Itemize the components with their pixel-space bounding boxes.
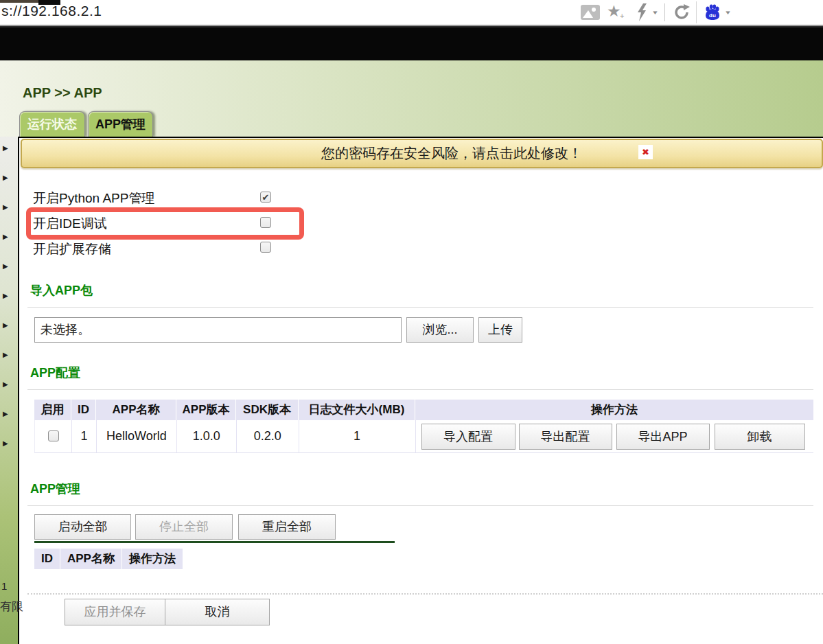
start-all-button[interactable]: 启动全部 (34, 514, 131, 540)
tab-run-status[interactable]: 运行状态 (19, 111, 85, 137)
app-config-section-title: APP配置 (30, 365, 80, 381)
col-id: ID (34, 549, 60, 569)
col-log-size: 日志文件大小(MB) (299, 400, 415, 420)
export-config-button[interactable]: 导出配置 (519, 424, 612, 450)
menu-expand-arrow-icon[interactable] (3, 439, 11, 448)
cell-app-name: HelloWorld (97, 420, 177, 452)
cell-sdk-version: 0.2.0 (237, 420, 299, 452)
col-actions: 操作方法 (415, 400, 813, 420)
screen: s://192.168.2.1 du K (0, 0, 823, 644)
url-text[interactable]: s://192.168.2.1 (1, 3, 102, 19)
apply-save-button[interactable]: 应用并保存 (65, 599, 165, 625)
sidebar-clipped-text: 有限 (0, 599, 23, 614)
lightning-icon[interactable] (636, 3, 649, 24)
cell-log-size: 1 (299, 420, 416, 452)
bookmark-bar: K 热门页游 办公模板 PDF转换 (0, 27, 823, 60)
config-table-header: 启用 ID APP名称 APP版本 SDK版本 日志文件大小(MB) 操作方法 (34, 400, 813, 420)
menu-expand-arrow-icon[interactable] (3, 410, 11, 418)
menu-expand-arrow-icon[interactable] (3, 233, 11, 241)
manage-table-header: ID APP名称 操作方法 (34, 549, 183, 569)
toolbar-divider (664, 3, 665, 21)
close-icon[interactable]: ✖ (638, 145, 653, 159)
menu-expand-arrow-icon[interactable] (3, 351, 11, 359)
col-app-name: APP名称 (60, 549, 122, 569)
section-divider (27, 307, 813, 308)
col-sdk-version: SDK版本 (236, 400, 299, 420)
url-bar[interactable]: s://192.168.2.1 du (0, 0, 823, 25)
file-input[interactable]: 未选择。 (34, 317, 402, 343)
bookmark-star-icon[interactable] (607, 2, 621, 21)
red-highlight-annotation (26, 207, 304, 240)
browse-button[interactable]: 浏览... (406, 317, 474, 343)
menu-expand-arrow-icon[interactable] (3, 144, 11, 152)
menu-expand-arrow-icon[interactable] (3, 203, 11, 211)
col-app-name: APP名称 (96, 400, 176, 420)
python-app-manage-checkbox[interactable] (260, 192, 271, 203)
baidu-paw-icon[interactable]: du (703, 3, 722, 25)
ext-storage-label: 开启扩展存储 (33, 240, 111, 258)
green-underline (34, 541, 395, 543)
restart-all-button[interactable]: 重启全部 (238, 514, 336, 540)
table-row: 1 HelloWorld 1.0.0 0.2.0 1 导入配置 导出配置 导出A… (34, 420, 813, 453)
cell-app-version: 1.0.0 (177, 420, 237, 452)
export-app-button[interactable]: 导出APP (616, 424, 710, 450)
footer-dotted-divider (27, 593, 823, 595)
menu-expand-arrow-icon[interactable] (3, 321, 11, 330)
cancel-button[interactable]: 取消 (165, 599, 270, 625)
python-app-manage-label: 开启Python APP管理 (33, 189, 154, 207)
ext-storage-checkbox[interactable] (260, 242, 271, 253)
refresh-icon[interactable] (672, 3, 691, 25)
tab-app-manage[interactable]: APP管理 (88, 111, 153, 137)
lightning-dropdown-caret[interactable] (651, 8, 659, 16)
app-enable-checkbox[interactable] (48, 430, 59, 441)
app-manage-section-title: APP管理 (30, 481, 80, 497)
image-blocker-icon[interactable] (580, 4, 601, 23)
import-app-section-title: 导入APP包 (30, 282, 93, 299)
panel-border-top (18, 137, 823, 138)
stop-all-button[interactable]: 停止全部 (135, 514, 233, 540)
section-divider (27, 505, 813, 506)
menu-expand-arrow-icon[interactable] (3, 292, 11, 300)
import-config-button[interactable]: 导入配置 (421, 424, 515, 450)
panel-border-left (18, 137, 19, 644)
toolbar-divider (696, 1, 697, 23)
breadcrumb: APP >> APP (23, 85, 102, 101)
uninstall-button[interactable]: 卸载 (715, 424, 805, 450)
menu-expand-arrow-icon[interactable] (3, 262, 11, 271)
cell-actions: 导入配置 导出配置 导出APP 卸载 (416, 420, 813, 452)
col-enable: 启用 (34, 400, 71, 420)
col-actions: 操作方法 (122, 549, 183, 569)
svg-text:du: du (709, 12, 716, 19)
upload-button[interactable]: 上传 (478, 317, 522, 343)
menu-expand-arrow-icon[interactable] (3, 380, 11, 389)
cell-enable (35, 420, 72, 452)
baidu-dropdown-caret[interactable] (724, 8, 732, 16)
col-id: ID (71, 400, 96, 420)
cell-id: 1 (72, 420, 97, 452)
sidebar-clipped-text: 1 (1, 580, 7, 592)
bookmark-plus-icon (620, 12, 624, 20)
collapsed-menu-strip (0, 137, 18, 644)
password-warning-text[interactable]: 您的密码存在安全风险，请点击此处修改！ (321, 144, 582, 163)
col-app-version: APP版本 (176, 400, 236, 420)
menu-expand-arrow-icon[interactable] (3, 174, 11, 182)
section-divider (27, 389, 813, 390)
